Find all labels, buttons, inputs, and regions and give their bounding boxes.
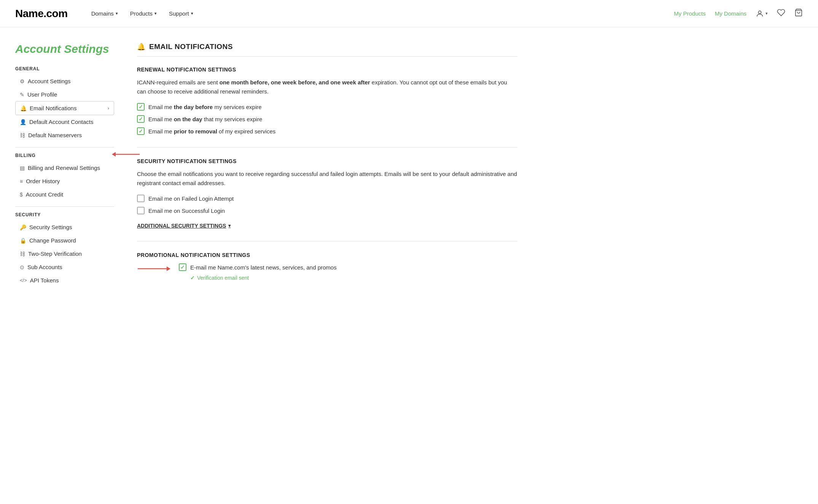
security-description: Choose the email notifications you want … <box>137 170 517 188</box>
main-container: Account Settings GENERAL ⚙ Account Setti… <box>0 27 533 308</box>
page-title-section: 🔔 EMAIL NOTIFICATIONS <box>137 43 517 51</box>
check-icon: ✓ <box>190 275 195 281</box>
content: 🔔 EMAIL NOTIFICATIONS RENEWAL NOTIFICATI… <box>129 43 517 293</box>
logo-text: Name.com <box>15 8 68 19</box>
sidebar-item-account-credit[interactable]: $ Account Credit <box>15 188 114 201</box>
checkbox-unchecked-icon[interactable] <box>137 195 145 202</box>
checkbox-checked-icon[interactable]: ✓ <box>137 115 145 123</box>
nav-products[interactable]: Products ▾ <box>125 7 162 20</box>
sidebar-item-change-password[interactable]: 🔒 Change Password <box>15 234 114 247</box>
checkbox-day-before[interactable]: ✓ Email me the day before my services ex… <box>137 103 517 111</box>
renewal-description: ICANN-required emails are sent one month… <box>137 78 517 96</box>
sidebar-section-general: GENERAL ⚙ Account Settings ✎ User Profil… <box>15 66 114 142</box>
main-nav: Domains ▾ Products ▾ Support ▾ <box>86 7 674 20</box>
sidebar-item-email-notifications[interactable]: 🔔 Email Notifications › <box>15 101 114 115</box>
security-section-title: SECURITY NOTIFICATION SETTINGS <box>137 158 517 164</box>
title-divider <box>137 56 517 57</box>
page-title: EMAIL NOTIFICATIONS <box>149 43 233 51</box>
sidebar-section-header-billing: BILLING <box>15 153 114 158</box>
my-products-link[interactable]: My Products <box>674 10 705 17</box>
header-right: My Products My Domains ▾ <box>674 8 803 19</box>
svg-marker-5 <box>167 266 170 271</box>
header: Name.com Domains ▾ Products ▾ Support ▾ … <box>0 0 818 27</box>
sidebar: Account Settings GENERAL ⚙ Account Setti… <box>15 43 129 293</box>
checkbox-promo-email[interactable]: ✓ E-mail me Name.com's latest news, serv… <box>179 263 337 271</box>
renewal-section: RENEWAL NOTIFICATION SETTINGS ICANN-requ… <box>137 67 517 135</box>
checkbox-failed-login[interactable]: Email me on Failed Login Attempt <box>137 195 517 202</box>
billing-icon: ▤ <box>20 165 25 171</box>
gear-icon: ⚙ <box>20 78 25 84</box>
sidebar-item-user-profile[interactable]: ✎ User Profile <box>15 88 114 101</box>
sidebar-section-header-general: GENERAL <box>15 66 114 71</box>
checkbox-checked-icon[interactable]: ✓ <box>137 127 145 135</box>
dollar-icon: $ <box>20 192 23 198</box>
renewal-divider <box>137 147 517 147</box>
renewal-section-title: RENEWAL NOTIFICATION SETTINGS <box>137 67 517 73</box>
contact-icon: 👤 <box>20 119 26 125</box>
checkbox-on-the-day[interactable]: ✓ Email me on the day that my services e… <box>137 115 517 123</box>
sidebar-item-account-settings[interactable]: ⚙ Account Settings <box>15 74 114 88</box>
bell-page-icon: 🔔 <box>137 43 145 51</box>
sidebar-item-security-settings[interactable]: 🔑 Security Settings <box>15 220 114 234</box>
wishlist-icon[interactable] <box>777 8 785 19</box>
sidebar-section-header-security: SECURITY <box>15 212 114 217</box>
logo[interactable]: Name.com <box>15 8 68 20</box>
sidebar-section-billing: BILLING ▤ Billing and Renewal Settings ≡… <box>15 153 114 201</box>
chevron-right-icon: › <box>108 105 109 111</box>
additional-security-settings[interactable]: ADDITIONAL SECURITY SETTINGS ▾ <box>137 223 231 229</box>
bell-icon: 🔔 <box>20 105 27 111</box>
sidebar-section-security: SECURITY 🔑 Security Settings 🔒 Change Pa… <box>15 212 114 287</box>
checkbox-checked-icon[interactable]: ✓ <box>137 103 145 111</box>
cart-icon[interactable] <box>794 8 803 19</box>
sidebar-item-two-step[interactable]: ⛓ Two-Step Verification <box>15 247 114 260</box>
chain-icon: ⛓ <box>20 251 25 257</box>
sidebar-item-api-tokens[interactable]: </> API Tokens <box>15 274 114 287</box>
nav-support[interactable]: Support ▾ <box>164 7 199 20</box>
code-icon: </> <box>20 277 27 283</box>
my-domains-link[interactable]: My Domains <box>715 10 746 17</box>
checkbox-prior-removal[interactable]: ✓ Email me prior to removal of my expire… <box>137 127 517 135</box>
svg-marker-3 <box>112 152 116 157</box>
verification-text: ✓ Verification email sent <box>190 275 337 281</box>
sidebar-item-default-nameservers[interactable]: ⛓ Default Nameservers <box>15 128 114 142</box>
security-divider <box>137 241 517 241</box>
edit-icon: ✎ <box>20 92 24 98</box>
sidebar-item-sub-accounts[interactable]: ⊙ Sub Accounts <box>15 260 114 274</box>
nav-domains[interactable]: Domains ▾ <box>86 7 123 20</box>
sidebar-item-default-contacts[interactable]: 👤 Default Account Contacts <box>15 115 114 128</box>
chevron-down-icon: ▾ <box>228 223 231 228</box>
chevron-down-icon: ▾ <box>116 11 118 16</box>
promotional-section: PROMOTIONAL NOTIFICATION SETTINGS ✓ E-ma… <box>137 252 517 281</box>
sidebar-divider-2 <box>15 206 114 207</box>
svg-point-0 <box>758 11 761 13</box>
chevron-down-icon: ▾ <box>191 11 193 16</box>
checkbox-successful-login[interactable]: Email me on Successful Login <box>137 207 517 214</box>
security-section: SECURITY NOTIFICATION SETTINGS Choose th… <box>137 158 517 229</box>
checkbox-unchecked-icon[interactable] <box>137 207 145 214</box>
sidebar-item-order-history[interactable]: ≡ Order History <box>15 174 114 188</box>
checkbox-checked-icon[interactable]: ✓ <box>179 263 186 271</box>
link-icon: ⛓ <box>20 132 25 138</box>
promotional-section-title: PROMOTIONAL NOTIFICATION SETTINGS <box>137 252 517 258</box>
sidebar-item-billing-renewal[interactable]: ▤ Billing and Renewal Settings <box>15 161 114 174</box>
list-icon: ≡ <box>20 178 23 184</box>
sidebar-divider-1 <box>15 147 114 147</box>
chevron-down-icon: ▾ <box>154 11 157 16</box>
key-icon: 🔑 <box>20 224 26 230</box>
sidebar-title: Account Settings <box>15 43 114 55</box>
user-icon[interactable]: ▾ <box>756 10 768 18</box>
red-arrow-right <box>137 264 171 273</box>
circle-icon: ⊙ <box>20 264 24 270</box>
lock-icon: 🔒 <box>20 238 26 244</box>
